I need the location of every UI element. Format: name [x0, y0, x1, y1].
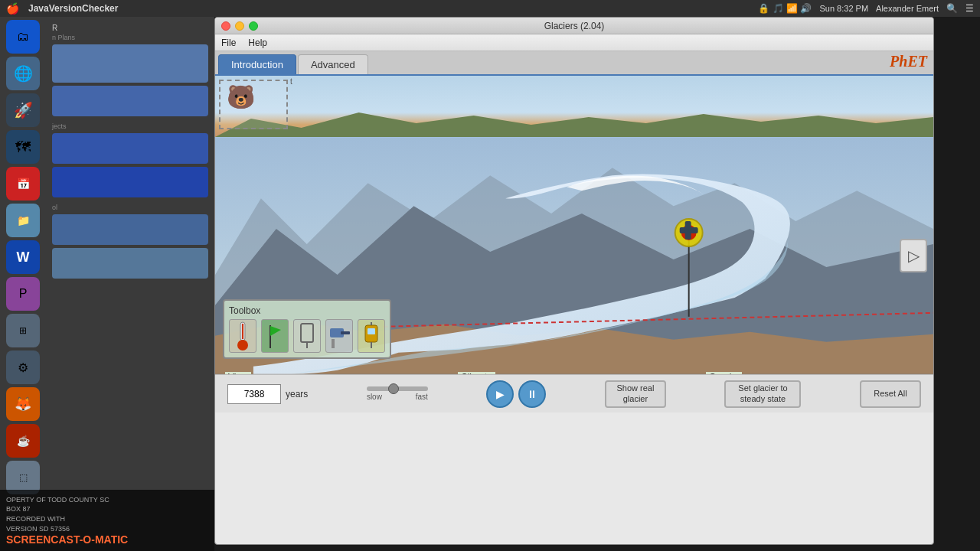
- watermark-line4: VERSION SD 57356: [6, 524, 208, 534]
- svg-rect-17: [341, 331, 350, 334]
- dock-settings[interactable]: ⚙: [6, 350, 40, 384]
- svg-rect-9: [685, 221, 691, 240]
- traffic-lights: [221, 21, 258, 31]
- menu-help[interactable]: Help: [248, 37, 267, 48]
- sidebar-folder3[interactable]: [52, 133, 208, 164]
- tab-bar: Introduction Advanced PhET: [215, 51, 933, 76]
- dock-calendar[interactable]: 📅: [6, 167, 40, 201]
- bear-character: 🐻: [227, 83, 255, 110]
- sidebar-title1: R n Plans: [52, 23, 208, 41]
- reset-all-btn[interactable]: Reset All: [860, 380, 921, 408]
- speed-labels: slow fast: [367, 393, 428, 401]
- tab-advanced[interactable]: Advanced: [298, 54, 368, 74]
- svg-rect-11: [242, 324, 243, 339]
- play-controls: ▶ ⏸: [486, 380, 546, 408]
- dock-map[interactable]: 🗺: [6, 130, 40, 164]
- close-button[interactable]: [221, 21, 230, 31]
- os-menubar: 🍎 JavaVersionChecker 🔒 🎵 📶 🔊 Sun 8:32 PM…: [0, 0, 980, 17]
- selection-indicator: t: [290, 77, 292, 86]
- app-title: Glaciers (2.04): [544, 21, 605, 31]
- watermark: OPERTY OF TODD COUNTY SC BOX 87 RECORDED…: [0, 490, 214, 551]
- os-time: Sun 8:32 PM: [819, 4, 868, 13]
- show-glacier-label: Show real glacier: [616, 383, 654, 403]
- app-titlebar: Glaciers (2.04): [215, 18, 933, 34]
- dock-network[interactable]: 🌐: [6, 57, 40, 90]
- speed-slider: slow fast: [367, 386, 428, 401]
- scene-top: 🐻 t: [215, 76, 933, 137]
- sidebar-folder1[interactable]: [52, 44, 208, 83]
- view-label: View: [225, 372, 251, 374]
- watermark-line3: RECORDED WITH: [6, 514, 208, 524]
- menu-icon[interactable]: ☰: [965, 3, 974, 14]
- speed-track[interactable]: [367, 386, 428, 391]
- scene-main: ▷ Toolbox: [215, 137, 933, 374]
- graphs-label: Graphs: [706, 372, 742, 374]
- svg-rect-18: [332, 339, 335, 348]
- dock-word[interactable]: W: [6, 240, 40, 274]
- app-menubar: File Help: [215, 34, 933, 51]
- menu-file[interactable]: File: [221, 37, 236, 48]
- steady-state-btn[interactable]: Set glacier to steady state: [724, 380, 801, 408]
- sidebar-folder2[interactable]: [52, 86, 208, 116]
- nav-arrow-right[interactable]: ▷: [900, 239, 927, 272]
- dock-rocket[interactable]: 🚀: [6, 93, 40, 127]
- os-icons: 🔒 🎵 📶 🔊: [758, 3, 812, 14]
- maximize-button[interactable]: [249, 21, 258, 31]
- tab-introduction[interactable]: Introduction: [218, 54, 296, 74]
- sidebar-title3: ol: [52, 204, 208, 211]
- sidebar-inner: R n Plans jects ol: [46, 17, 214, 551]
- dock-folder2[interactable]: 📁: [6, 204, 40, 237]
- minimize-button[interactable]: [235, 21, 244, 31]
- time-display: 7388 years: [227, 384, 308, 404]
- tool-flag[interactable]: [261, 319, 289, 353]
- tool-marker[interactable]: [293, 319, 321, 353]
- play-button[interactable]: ▶: [486, 380, 514, 408]
- tool-gps[interactable]: [358, 319, 385, 353]
- speed-slow: slow: [367, 393, 382, 401]
- os-menu-right: 🔒 🎵 📶 🔊 Sun 8:32 PM Alexander Emert 🔍 ☰: [758, 3, 974, 14]
- dock-java[interactable]: ☕: [6, 424, 40, 458]
- pause-button[interactable]: ⏸: [518, 380, 546, 408]
- os-user: Alexander Emert: [876, 4, 939, 13]
- reset-label: Reset All: [874, 389, 906, 399]
- dock: 🗂 🌐 🚀 🗺 📅 📁 W P ⊞ ⚙ 🦊 ☕ ⬚: [0, 17, 46, 551]
- speed-fast: fast: [416, 393, 428, 401]
- app-container: Glaciers (2.04) File Help Introduction A…: [214, 17, 934, 545]
- search-icon[interactable]: 🔍: [946, 3, 958, 14]
- sidebar: 🗂 🌐 🚀 🗺 📅 📁 W P ⊞ ⚙ 🦊 ☕ ⬚ R n Plans ject…: [0, 17, 214, 551]
- sim-area: 🐻 t: [215, 76, 933, 374]
- sidebar-title2: jects: [52, 122, 208, 130]
- tool-thermometer[interactable]: [229, 319, 256, 353]
- svg-point-12: [237, 340, 248, 350]
- toolbox-label: Toolbox: [229, 305, 385, 316]
- time-value[interactable]: 7388: [227, 384, 281, 404]
- screencast-logo: SCREENCAST-O-MATIC: [6, 533, 208, 546]
- phet-logo: PhET: [890, 53, 927, 70]
- dock-finder[interactable]: 🗂: [6, 20, 40, 54]
- dock-grid[interactable]: ⊞: [6, 314, 40, 347]
- sidebar-folder5[interactable]: [52, 214, 208, 245]
- apple-icon[interactable]: 🍎: [6, 2, 19, 15]
- watermark-line1: OPERTY OF TODD COUNTY SC: [6, 495, 208, 505]
- pause-icon: ⏸: [527, 388, 537, 400]
- show-glacier-btn[interactable]: Show real glacier: [605, 380, 666, 408]
- tool-drill[interactable]: [325, 319, 353, 353]
- sidebar-folder6[interactable]: [52, 248, 208, 279]
- dock-purple[interactable]: P: [6, 277, 40, 311]
- dock-firefox[interactable]: 🦊: [6, 387, 40, 421]
- toolbox-items: [229, 319, 385, 353]
- svg-rect-20: [368, 328, 375, 334]
- time-unit: years: [286, 389, 308, 399]
- climate-label: Climate: [458, 372, 495, 374]
- os-app-name: JavaVersionChecker: [28, 3, 118, 14]
- svg-rect-14: [301, 324, 313, 342]
- toolbox: Toolbox: [223, 299, 391, 359]
- watermark-line2: BOX 87: [6, 504, 208, 514]
- sidebar-folder4[interactable]: [52, 167, 208, 197]
- speed-thumb[interactable]: [388, 383, 399, 394]
- steady-state-label: Set glacier to steady state: [738, 383, 787, 403]
- bottom-bar: 7388 years slow fast ▶ ⏸ Show real glaci…: [215, 374, 933, 412]
